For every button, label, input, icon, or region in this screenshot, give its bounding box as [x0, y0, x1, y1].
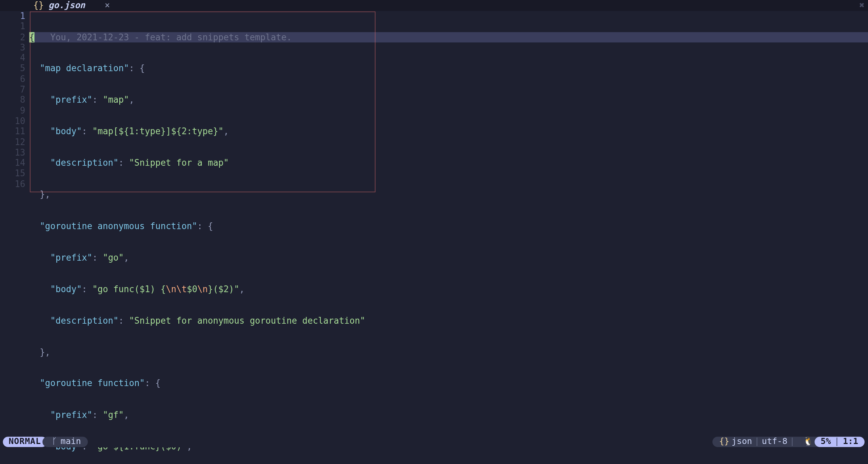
code-line: "goroutine function": {: [29, 378, 868, 389]
editor-area[interactable]: 1 1 2 3 4 5 6 7 8 9 10 11 12 13 14 15 16…: [0, 11, 868, 451]
git-branch-indicator: ᚴ main: [43, 437, 88, 447]
line-number: 1: [0, 21, 25, 32]
line-number: 12: [0, 137, 25, 147]
code-line: "goroutine anonymous function": {: [29, 221, 868, 231]
git-blame-annotation: You, 2021-12-23 - feat: add snippets tem…: [50, 32, 292, 42]
code-line: },: [29, 347, 868, 357]
code-line: { You, 2021-12-23 - feat: add snippets t…: [29, 32, 868, 42]
code-line: },: [29, 189, 868, 200]
filetype-indicator: {} json | utf-8 |: [712, 437, 802, 447]
filetype-label: json: [732, 436, 752, 447]
line-number: 11: [0, 126, 25, 137]
code-line: "description": "Snippet for anonymous go…: [29, 316, 868, 326]
line-col: 1:1: [843, 436, 858, 447]
line-number: 14: [0, 158, 25, 168]
line-number: 16: [0, 179, 25, 189]
branch-icon: ᚴ: [52, 436, 57, 447]
line-number: 15: [0, 168, 25, 179]
code-line: "prefix": "go",: [29, 253, 868, 263]
encoding-label: utf-8: [762, 436, 787, 447]
line-number-gutter: 1 1 2 3 4 5 6 7 8 9 10 11 12 13 14 15 16: [0, 11, 29, 451]
line-number: 7: [0, 84, 25, 95]
status-line: NORMAL ᚴ main {} json | utf-8 | 🐧 5% | 1…: [0, 436, 868, 447]
line-number: 6: [0, 74, 25, 84]
line-number: 10: [0, 116, 25, 126]
json-filetype-icon: {}: [719, 436, 729, 447]
line-number: 8: [0, 95, 25, 105]
code-line: "body": "map[${1:type}]${2:type}",: [29, 126, 868, 137]
line-number: 5: [0, 63, 25, 74]
code-area[interactable]: { You, 2021-12-23 - feat: add snippets t…: [29, 11, 868, 451]
line-number-current: 1: [0, 11, 25, 21]
code-line: "prefix": "gf",: [29, 410, 868, 420]
scroll-percent: 5%: [821, 436, 831, 447]
line-number: 9: [0, 105, 25, 116]
line-number: 4: [0, 53, 25, 63]
tab-filename: go.json: [48, 0, 85, 11]
code-line: "prefix": "map",: [29, 95, 868, 105]
line-number: 2: [0, 32, 25, 42]
file-tab[interactable]: {} go.json ×: [0, 0, 116, 11]
tab-close-icon[interactable]: ×: [105, 0, 110, 11]
cursor-position-indicator: 5% | 1:1: [814, 437, 865, 447]
close-all-icon[interactable]: ✖: [859, 0, 865, 11]
tab-bar: {} go.json × ✖: [0, 0, 868, 11]
line-number: 13: [0, 147, 25, 158]
code-line: "map declaration": {: [29, 63, 868, 74]
code-line: "body": "go func($1) {\n\t$0\n}($2)",: [29, 284, 868, 295]
vim-mode-indicator: NORMAL: [3, 437, 47, 447]
branch-name: main: [61, 436, 81, 447]
json-file-icon: {}: [33, 0, 44, 11]
line-number: 3: [0, 42, 25, 53]
cursor: {: [29, 32, 35, 42]
code-line: "description": "Snippet for a map": [29, 158, 868, 168]
